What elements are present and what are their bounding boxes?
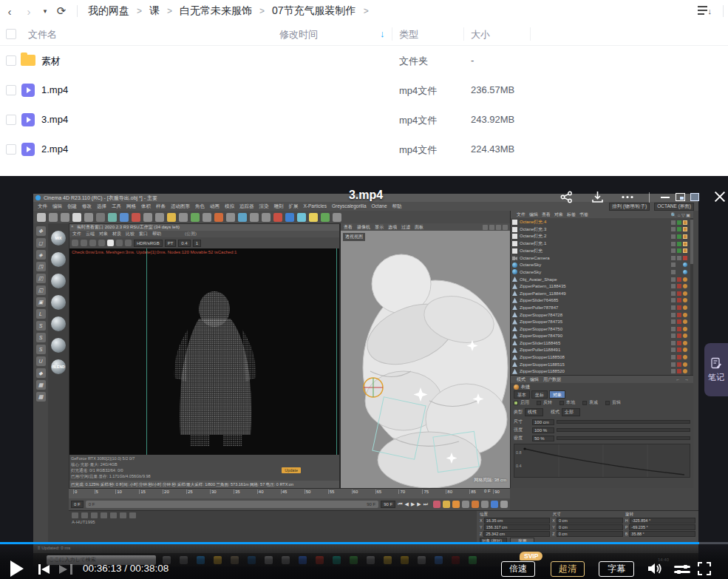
subtitle-button[interactable]: 字幕	[599, 561, 634, 577]
object-row[interactable]: OctaneSky	[512, 268, 692, 276]
next-video-button[interactable]	[59, 564, 72, 575]
next-key-icon[interactable]: ▶	[417, 501, 421, 507]
download-icon[interactable]	[591, 191, 604, 203]
object-row[interactable]: Octane灯光	[512, 247, 692, 254]
object-row[interactable]: Octane灯光.3	[512, 226, 692, 234]
object-row[interactable]: ZipperPattern_1188435	[512, 282, 692, 290]
speed-button[interactable]: 倍速	[501, 561, 535, 577]
row-checkbox[interactable]	[6, 115, 16, 125]
attribute-checkbox[interactable]: 衰减	[582, 399, 598, 406]
select-all-checkbox[interactable]	[6, 29, 16, 39]
more-options-icon[interactable]	[621, 191, 634, 203]
row-checkbox[interactable]	[6, 144, 16, 155]
object-name[interactable]: ZipperStopper1188520	[520, 369, 664, 373]
object-row[interactable]: ZipperStopper784728	[512, 311, 692, 319]
object-row[interactable]: Octane灯光.2	[512, 233, 692, 240]
video-frame[interactable]: Cinema 4D R23.110 (RC) - [衣服导出.obj *] - …	[33, 194, 698, 553]
file-row[interactable]: 3.mp4 mp4文件 243.92MB	[0, 105, 728, 135]
attribute-slider[interactable]: 密度 50 %	[511, 434, 693, 442]
object-row[interactable]: ZipperPuller787847	[512, 304, 692, 311]
coord-input[interactable]: 0 cm	[557, 531, 623, 537]
record-chip[interactable]	[472, 501, 479, 508]
share-icon[interactable]	[560, 191, 573, 203]
object-name[interactable]: ZipperStopper784790	[520, 333, 664, 338]
record-chip[interactable]	[500, 501, 508, 508]
object-row[interactable]: Octane灯光.1	[512, 240, 692, 248]
record-chip[interactable]	[452, 501, 460, 508]
forward-icon[interactable]: ›	[19, 5, 38, 18]
object-name[interactable]: ZipperPattern_1188449	[520, 291, 664, 296]
column-type[interactable]: 类型	[399, 28, 418, 41]
object-row[interactable]: ZipperStopper1188520	[512, 368, 692, 375]
breadcrumb-item[interactable]: 我的网盘	[84, 4, 134, 18]
fullscreen-icon[interactable]	[698, 562, 711, 575]
range-slider[interactable]: 0 F 90 F	[86, 501, 379, 508]
object-name[interactable]: ZipperSlider1188465	[520, 341, 664, 345]
coord-input[interactable]: 16.35 cm	[484, 518, 551, 524]
file-row[interactable]: 2.mp4 mp4文件 224.43MB	[0, 135, 728, 164]
record-chip[interactable]	[491, 501, 498, 508]
object-name[interactable]: Obj_Avatar_Shape	[520, 277, 664, 282]
object-row[interactable]: ZipperStopper784790	[512, 333, 692, 340]
coord-input[interactable]: -69.235 °	[629, 524, 695, 530]
object-row[interactable]: Octane灯光.4	[512, 219, 692, 226]
notes-flyout-tab[interactable]: 笔记	[704, 343, 728, 396]
attribute-checkbox[interactable]: 反转	[537, 399, 552, 406]
object-row[interactable]: ZipperStopper784750	[512, 325, 692, 333]
attribute-tab[interactable]: 坐标	[531, 390, 548, 399]
row-checkbox[interactable]	[6, 85, 16, 95]
breadcrumb-item[interactable]: 白无常未来服饰	[175, 4, 256, 18]
history-dropdown-icon[interactable]: ▾	[38, 7, 52, 15]
object-row[interactable]: ZipperStopper1188515	[512, 361, 692, 368]
material-name[interactable]: A-HUT1995	[69, 518, 477, 524]
object-name[interactable]: ZipperStopper784750	[520, 327, 664, 331]
timeline-ruler[interactable]: 051015202530354045505560657075808590	[69, 488, 510, 498]
file-name[interactable]: 2.mp4	[41, 143, 68, 155]
goto-start-icon[interactable]: ⏮	[398, 501, 402, 507]
object-name[interactable]: OctaneSky	[520, 263, 664, 267]
close-icon[interactable]	[712, 189, 727, 204]
coord-input[interactable]: 156.317 cm	[484, 524, 551, 530]
file-name[interactable]: 1.mp4	[41, 84, 68, 95]
attribute-checkbox[interactable]: 剪辑	[605, 399, 621, 406]
object-name[interactable]: ZipperStopper1188515	[520, 362, 664, 367]
object-name[interactable]: Octane灯光.1	[520, 240, 664, 247]
object-row[interactable]: Obj_Avatar_Shape	[512, 276, 692, 283]
object-name[interactable]: Octane灯光.2	[520, 233, 664, 240]
attribute-slider[interactable]: 尺寸 100 cm	[511, 418, 693, 426]
object-name[interactable]: ZipperSlider764685	[520, 298, 664, 302]
attribute-tab[interactable]: 基本	[514, 390, 530, 399]
column-size[interactable]: 大小	[471, 28, 490, 41]
current-frame-box[interactable]: 0 F	[71, 501, 84, 508]
attribute-checkbox[interactable]: 启用	[514, 399, 529, 406]
previous-video-button[interactable]	[38, 564, 52, 575]
object-row[interactable]: OctaneCamera	[512, 254, 692, 262]
volume-icon[interactable]	[647, 562, 662, 578]
object-name[interactable]: OctaneCamera	[520, 256, 664, 260]
coord-input[interactable]: -325.854 °	[630, 518, 695, 524]
back-icon[interactable]: ‹	[0, 5, 19, 18]
file-row[interactable]: 1.mp4 mp4文件 236.57MB	[0, 75, 728, 105]
object-row[interactable]: ZipperPattern_1188449	[512, 290, 692, 297]
object-manager-scrollbar[interactable]	[690, 218, 693, 375]
file-row[interactable]: 素材 文件夹 -	[0, 46, 728, 75]
attribute-dropdown[interactable]: 类型线性	[514, 408, 543, 416]
object-name[interactable]: ZipperStopper784735	[520, 319, 664, 324]
object-name[interactable]: Octane灯光.4	[520, 219, 664, 226]
object-name[interactable]: OctaneSky	[520, 270, 664, 274]
record-chip[interactable]	[481, 501, 489, 508]
refresh-icon[interactable]: ⟳	[52, 4, 71, 18]
breadcrumb-item[interactable]: 课	[145, 4, 164, 18]
file-name[interactable]: 素材	[41, 55, 61, 68]
sort-desc-icon[interactable]: ↓	[380, 28, 385, 39]
object-row[interactable]: ZipperStopper784735	[512, 318, 692, 325]
object-name[interactable]: Octane灯光	[520, 248, 664, 254]
object-name[interactable]: ZipperPuller787847	[520, 305, 664, 310]
play-icon[interactable]: ▶	[411, 501, 415, 507]
attribute-tab[interactable]: 对象	[549, 390, 565, 399]
view-sort-icon[interactable]: ↓	[698, 5, 712, 17]
record-chip[interactable]	[433, 501, 440, 508]
prev-key-icon[interactable]: ◀	[405, 501, 409, 507]
object-row[interactable]: ZipperSlider1188465	[512, 339, 692, 347]
object-row[interactable]: ZipperStopper1188508	[512, 353, 692, 361]
